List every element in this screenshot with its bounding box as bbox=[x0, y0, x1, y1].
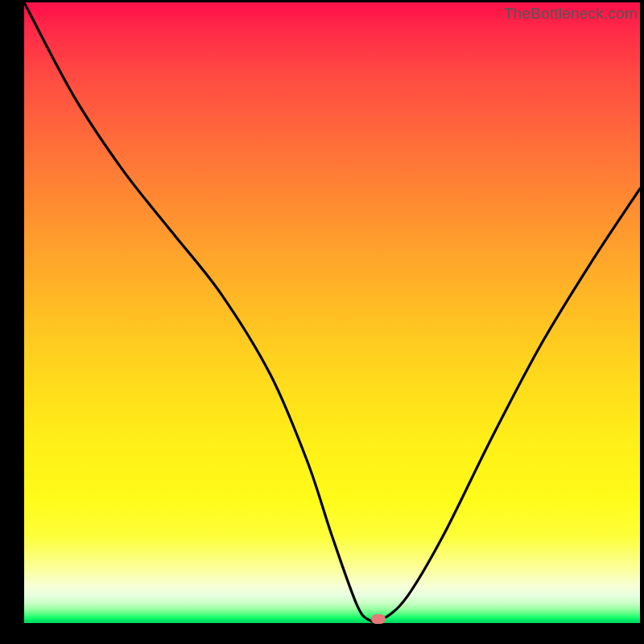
bottleneck-curve bbox=[24, 2, 640, 623]
optimal-point-marker bbox=[371, 614, 386, 624]
chart-frame: TheBottleneck.com bbox=[0, 0, 644, 644]
plot-area bbox=[24, 2, 640, 623]
watermark-text: TheBottleneck.com bbox=[504, 5, 638, 23]
